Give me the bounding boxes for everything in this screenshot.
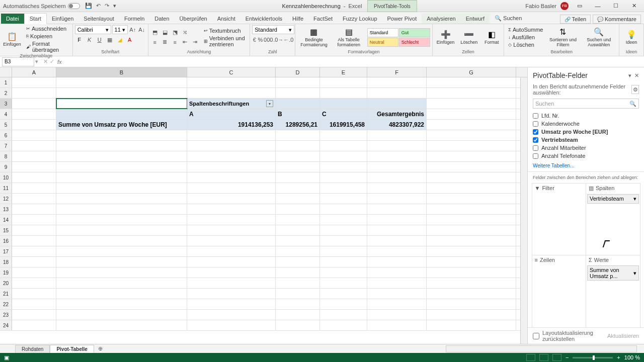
zoom-level[interactable]: 100 % (624, 354, 640, 360)
cell-e5[interactable]: 1619915,458 (320, 120, 367, 130)
area-values[interactable]: ΣWerte Summe von Umsatz p...▾ (586, 255, 640, 328)
font-size-combo[interactable]: 11▾ (112, 25, 128, 34)
cell-c4[interactable]: A (187, 109, 276, 119)
autosum-button[interactable]: Σ AutoSumme (506, 26, 545, 33)
cell-e4[interactable]: C (320, 109, 367, 119)
align-right-icon[interactable]: ≡ (171, 38, 180, 47)
field-lfdnr[interactable]: Lfd. Nr. (533, 112, 639, 120)
avatar[interactable]: FB (560, 2, 569, 10)
tab-analyze[interactable]: Analysieren (422, 14, 460, 24)
field-umsatz[interactable]: Umsatz pro Woche [EUR] (533, 128, 639, 136)
record-macro-icon[interactable]: ▣ (4, 354, 9, 361)
row-header[interactable]: 16 (0, 236, 12, 246)
cell-styles-gallery[interactable]: Standard Gut Neutral Schlecht (367, 28, 430, 47)
view-pagebreak-icon[interactable] (552, 354, 561, 361)
percent-icon[interactable]: % (258, 35, 263, 44)
insert-cells-button[interactable]: ➕Einfügen (435, 28, 457, 46)
row-header[interactable]: 4 (0, 109, 12, 119)
cancel-fx-icon[interactable]: ✕ (43, 58, 48, 65)
ribbon-mode-icon[interactable]: ▭ (573, 0, 587, 12)
row-header[interactable]: 3 (0, 99, 12, 109)
border-icon[interactable]: ▦ (105, 35, 114, 44)
enter-fx-icon[interactable]: ✓ (50, 58, 54, 65)
copy-button[interactable]: ⎘ Kopieren (24, 33, 70, 40)
field-telefonate[interactable]: Anzahl Telefonate (533, 152, 639, 160)
italic-icon[interactable]: K (85, 35, 94, 44)
horizontal-scrollbar[interactable] (446, 345, 637, 352)
shrink-font-icon[interactable]: A↓ (138, 25, 146, 34)
style-gut[interactable]: Gut (399, 28, 430, 37)
col-header-g[interactable]: G (427, 67, 516, 77)
pane-options-icon[interactable]: ▾ (628, 72, 631, 79)
undo-icon[interactable]: ↶ (96, 3, 101, 9)
row-header[interactable]: 9 (0, 162, 12, 172)
fill-button[interactable]: ↓ Ausfüllen (506, 34, 545, 41)
conditional-format-button[interactable]: ▦Bedingte Formatierung (297, 26, 330, 49)
tab-developer[interactable]: Entwicklertools (240, 14, 287, 24)
toggle-switch[interactable] (68, 3, 80, 9)
tab-file[interactable]: Datei (1, 14, 24, 24)
comments-button[interactable]: 💬 Kommentare (593, 15, 641, 24)
tab-search[interactable]: 🔍 Suchen (490, 13, 527, 24)
select-all[interactable] (0, 67, 12, 77)
number-format-combo[interactable]: Standard▾ (252, 25, 294, 34)
cell-b3-active[interactable] (56, 99, 187, 109)
align-center-icon[interactable]: ≣ (160, 38, 170, 47)
ideas-button[interactable]: 💡Ideen (621, 28, 641, 46)
add-sheet-icon[interactable]: ⊕ (96, 344, 105, 353)
autosave-toggle[interactable]: Automatisches Speichern (3, 3, 80, 9)
row-header[interactable]: 1 (0, 77, 12, 87)
indent-dec-icon[interactable]: ⇤ (181, 38, 190, 47)
font-name-combo[interactable]: Calibri▾ (75, 25, 111, 34)
pane-close-icon[interactable]: ✕ (634, 72, 639, 79)
vertical-scrollbar[interactable] (520, 77, 527, 344)
row-header[interactable]: 8 (0, 151, 12, 161)
align-left-icon[interactable]: ≡ (150, 38, 159, 47)
paste-button[interactable]: 📋Einfügen (2, 30, 22, 48)
style-neutral[interactable]: Neutral (367, 38, 398, 47)
tab-powerpivot[interactable]: Power Pivot (382, 14, 422, 24)
dec-decimal-icon[interactable]: ←.0 (284, 35, 293, 44)
align-middle-icon[interactable]: ⬓ (160, 28, 170, 37)
column-filter-dropdown[interactable]: ▼ (266, 100, 273, 107)
qat-more-icon[interactable]: ▾ (113, 3, 116, 9)
col-header-f[interactable]: F (367, 67, 427, 77)
value-field-item[interactable]: Summe von Umsatz p...▾ (587, 265, 639, 281)
format-as-table-button[interactable]: ▤Als Tabelle formatieren (333, 26, 365, 49)
row-header[interactable]: 19 (0, 267, 12, 278)
row-header[interactable]: 12 (0, 194, 12, 204)
worksheet-grid[interactable]: A B C D E F G 1 2 3Spaltenbeschriftungen… (0, 67, 527, 344)
fx-icon[interactable]: fx (57, 59, 62, 65)
sheet-tab-rohdaten[interactable]: Rohdaten (15, 345, 50, 353)
tab-help[interactable]: Hilfe (287, 14, 308, 24)
row-header[interactable]: 10 (0, 172, 12, 183)
cell-c3[interactable]: Spaltenbeschriftungen▼ (187, 99, 276, 109)
col-header-e[interactable]: E (320, 67, 367, 77)
grow-font-icon[interactable]: A↑ (129, 25, 137, 34)
row-header[interactable]: 13 (0, 204, 12, 214)
cell-f4[interactable]: Gesamtergebnis (367, 109, 427, 119)
style-schlecht[interactable]: Schlecht (399, 38, 430, 47)
format-painter-button[interactable]: 🖌 Format übertragen (24, 40, 70, 53)
gear-icon[interactable]: ⚙ (631, 85, 639, 94)
orientation-icon[interactable]: ⤭ (181, 28, 190, 37)
zoom-in-icon[interactable]: + (617, 354, 620, 360)
indent-inc-icon[interactable]: ⇥ (191, 38, 200, 47)
row-header[interactable]: 21 (0, 289, 12, 299)
cell-d5[interactable]: 1289256,21 (276, 120, 320, 130)
tab-fuzzy[interactable]: Fuzzy Lookup (338, 14, 382, 24)
style-standard[interactable]: Standard (367, 28, 398, 37)
row-header[interactable]: 5 (0, 120, 12, 130)
cell-f5[interactable]: 4823307,922 (367, 120, 427, 130)
row-header[interactable]: 7 (0, 141, 12, 151)
col-header-d[interactable]: D (276, 67, 320, 77)
tab-design[interactable]: Entwurf (461, 14, 490, 24)
comma-icon[interactable]: 000 (264, 35, 273, 44)
more-tables-link[interactable]: Weitere Tabellen... (533, 160, 639, 171)
row-header[interactable]: 22 (0, 299, 12, 309)
col-header-a[interactable]: A (12, 67, 56, 77)
col-header-b[interactable]: B (56, 67, 187, 77)
field-kalenderwoche[interactable]: Kalenderwoche (533, 120, 639, 128)
maximize-icon[interactable]: ☐ (609, 0, 623, 12)
row-header[interactable]: 23 (0, 310, 12, 320)
